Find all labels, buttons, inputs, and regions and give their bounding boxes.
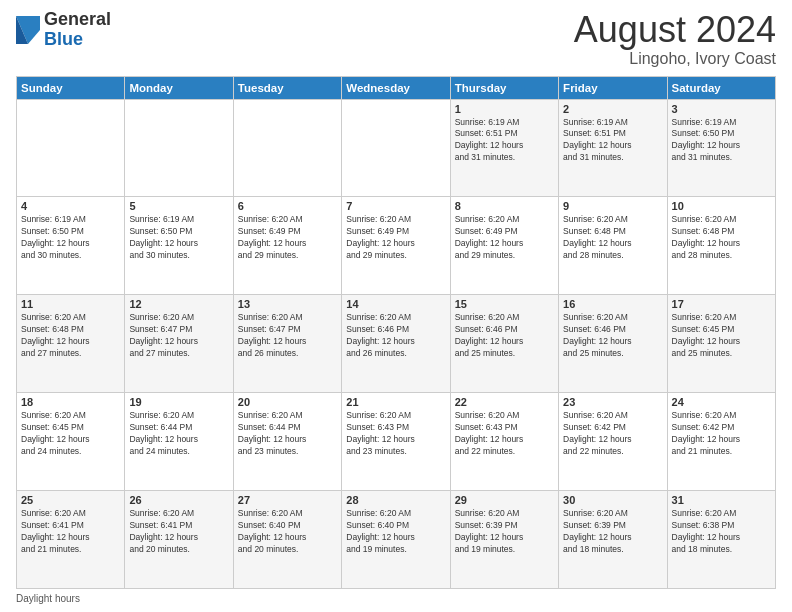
day-info: Sunrise: 6:20 AM Sunset: 6:48 PM Dayligh… [21, 312, 120, 360]
calendar-week-4: 18Sunrise: 6:20 AM Sunset: 6:45 PM Dayli… [17, 393, 776, 491]
calendar-cell: 24Sunrise: 6:20 AM Sunset: 6:42 PM Dayli… [667, 393, 775, 491]
day-info: Sunrise: 6:19 AM Sunset: 6:50 PM Dayligh… [672, 117, 771, 165]
calendar-cell: 27Sunrise: 6:20 AM Sunset: 6:40 PM Dayli… [233, 491, 341, 589]
logo: General Blue [16, 10, 111, 50]
logo-general: General [44, 10, 111, 30]
day-info: Sunrise: 6:20 AM Sunset: 6:49 PM Dayligh… [346, 214, 445, 262]
day-number: 17 [672, 298, 771, 310]
day-number: 7 [346, 200, 445, 212]
day-info: Sunrise: 6:20 AM Sunset: 6:43 PM Dayligh… [455, 410, 554, 458]
logo-icon [16, 16, 40, 44]
day-info: Sunrise: 6:20 AM Sunset: 6:39 PM Dayligh… [455, 508, 554, 556]
day-number: 4 [21, 200, 120, 212]
header: General Blue August 2024 Lingoho, Ivory … [16, 10, 776, 68]
day-info: Sunrise: 6:20 AM Sunset: 6:47 PM Dayligh… [238, 312, 337, 360]
calendar-body: 1Sunrise: 6:19 AM Sunset: 6:51 PM Daylig… [17, 99, 776, 588]
header-row: Sunday Monday Tuesday Wednesday Thursday… [17, 76, 776, 99]
day-number: 16 [563, 298, 662, 310]
calendar-cell: 1Sunrise: 6:19 AM Sunset: 6:51 PM Daylig… [450, 99, 558, 197]
title-month: August 2024 [574, 10, 776, 50]
day-info: Sunrise: 6:20 AM Sunset: 6:42 PM Dayligh… [672, 410, 771, 458]
day-number: 14 [346, 298, 445, 310]
calendar-cell: 16Sunrise: 6:20 AM Sunset: 6:46 PM Dayli… [559, 295, 667, 393]
calendar-cell: 13Sunrise: 6:20 AM Sunset: 6:47 PM Dayli… [233, 295, 341, 393]
calendar-cell: 19Sunrise: 6:20 AM Sunset: 6:44 PM Dayli… [125, 393, 233, 491]
day-info: Sunrise: 6:19 AM Sunset: 6:51 PM Dayligh… [455, 117, 554, 165]
day-info: Sunrise: 6:20 AM Sunset: 6:49 PM Dayligh… [455, 214, 554, 262]
day-info: Sunrise: 6:20 AM Sunset: 6:38 PM Dayligh… [672, 508, 771, 556]
day-number: 19 [129, 396, 228, 408]
calendar-cell [233, 99, 341, 197]
calendar-cell: 20Sunrise: 6:20 AM Sunset: 6:44 PM Dayli… [233, 393, 341, 491]
calendar-header: Sunday Monday Tuesday Wednesday Thursday… [17, 76, 776, 99]
day-info: Sunrise: 6:20 AM Sunset: 6:43 PM Dayligh… [346, 410, 445, 458]
calendar-cell: 17Sunrise: 6:20 AM Sunset: 6:45 PM Dayli… [667, 295, 775, 393]
day-info: Sunrise: 6:20 AM Sunset: 6:44 PM Dayligh… [129, 410, 228, 458]
calendar-cell: 23Sunrise: 6:20 AM Sunset: 6:42 PM Dayli… [559, 393, 667, 491]
day-number: 1 [455, 103, 554, 115]
day-number: 9 [563, 200, 662, 212]
calendar-cell: 11Sunrise: 6:20 AM Sunset: 6:48 PM Dayli… [17, 295, 125, 393]
day-info: Sunrise: 6:20 AM Sunset: 6:40 PM Dayligh… [238, 508, 337, 556]
day-info: Sunrise: 6:20 AM Sunset: 6:41 PM Dayligh… [21, 508, 120, 556]
day-info: Sunrise: 6:20 AM Sunset: 6:41 PM Dayligh… [129, 508, 228, 556]
title-block: August 2024 Lingoho, Ivory Coast [574, 10, 776, 68]
calendar-cell: 15Sunrise: 6:20 AM Sunset: 6:46 PM Dayli… [450, 295, 558, 393]
calendar-cell [17, 99, 125, 197]
calendar-week-1: 1Sunrise: 6:19 AM Sunset: 6:51 PM Daylig… [17, 99, 776, 197]
day-info: Sunrise: 6:19 AM Sunset: 6:51 PM Dayligh… [563, 117, 662, 165]
calendar-cell: 3Sunrise: 6:19 AM Sunset: 6:50 PM Daylig… [667, 99, 775, 197]
day-info: Sunrise: 6:20 AM Sunset: 6:44 PM Dayligh… [238, 410, 337, 458]
calendar-cell: 12Sunrise: 6:20 AM Sunset: 6:47 PM Dayli… [125, 295, 233, 393]
calendar-cell: 29Sunrise: 6:20 AM Sunset: 6:39 PM Dayli… [450, 491, 558, 589]
calendar-cell: 7Sunrise: 6:20 AM Sunset: 6:49 PM Daylig… [342, 197, 450, 295]
day-number: 24 [672, 396, 771, 408]
day-info: Sunrise: 6:20 AM Sunset: 6:49 PM Dayligh… [238, 214, 337, 262]
calendar-week-3: 11Sunrise: 6:20 AM Sunset: 6:48 PM Dayli… [17, 295, 776, 393]
page: General Blue August 2024 Lingoho, Ivory … [0, 0, 792, 612]
calendar-cell: 4Sunrise: 6:19 AM Sunset: 6:50 PM Daylig… [17, 197, 125, 295]
day-number: 13 [238, 298, 337, 310]
col-monday: Monday [125, 76, 233, 99]
calendar-cell: 31Sunrise: 6:20 AM Sunset: 6:38 PM Dayli… [667, 491, 775, 589]
day-number: 12 [129, 298, 228, 310]
day-info: Sunrise: 6:20 AM Sunset: 6:48 PM Dayligh… [563, 214, 662, 262]
calendar-cell: 8Sunrise: 6:20 AM Sunset: 6:49 PM Daylig… [450, 197, 558, 295]
day-info: Sunrise: 6:20 AM Sunset: 6:46 PM Dayligh… [563, 312, 662, 360]
col-tuesday: Tuesday [233, 76, 341, 99]
title-location: Lingoho, Ivory Coast [574, 50, 776, 68]
day-number: 21 [346, 396, 445, 408]
col-wednesday: Wednesday [342, 76, 450, 99]
day-info: Sunrise: 6:20 AM Sunset: 6:48 PM Dayligh… [672, 214, 771, 262]
logo-text: General Blue [44, 10, 111, 50]
day-info: Sunrise: 6:19 AM Sunset: 6:50 PM Dayligh… [21, 214, 120, 262]
day-number: 8 [455, 200, 554, 212]
calendar-cell: 22Sunrise: 6:20 AM Sunset: 6:43 PM Dayli… [450, 393, 558, 491]
day-number: 2 [563, 103, 662, 115]
calendar-cell: 28Sunrise: 6:20 AM Sunset: 6:40 PM Dayli… [342, 491, 450, 589]
calendar-week-5: 25Sunrise: 6:20 AM Sunset: 6:41 PM Dayli… [17, 491, 776, 589]
day-number: 29 [455, 494, 554, 506]
day-info: Sunrise: 6:19 AM Sunset: 6:50 PM Dayligh… [129, 214, 228, 262]
logo-blue: Blue [44, 30, 111, 50]
day-info: Sunrise: 6:20 AM Sunset: 6:45 PM Dayligh… [21, 410, 120, 458]
calendar-week-2: 4Sunrise: 6:19 AM Sunset: 6:50 PM Daylig… [17, 197, 776, 295]
calendar-cell: 26Sunrise: 6:20 AM Sunset: 6:41 PM Dayli… [125, 491, 233, 589]
calendar-cell: 14Sunrise: 6:20 AM Sunset: 6:46 PM Dayli… [342, 295, 450, 393]
calendar-cell: 30Sunrise: 6:20 AM Sunset: 6:39 PM Dayli… [559, 491, 667, 589]
col-thursday: Thursday [450, 76, 558, 99]
day-number: 11 [21, 298, 120, 310]
day-number: 27 [238, 494, 337, 506]
day-number: 6 [238, 200, 337, 212]
calendar-cell [125, 99, 233, 197]
calendar-cell: 6Sunrise: 6:20 AM Sunset: 6:49 PM Daylig… [233, 197, 341, 295]
calendar-cell: 9Sunrise: 6:20 AM Sunset: 6:48 PM Daylig… [559, 197, 667, 295]
calendar-cell [342, 99, 450, 197]
col-friday: Friday [559, 76, 667, 99]
day-info: Sunrise: 6:20 AM Sunset: 6:42 PM Dayligh… [563, 410, 662, 458]
day-number: 5 [129, 200, 228, 212]
day-info: Sunrise: 6:20 AM Sunset: 6:40 PM Dayligh… [346, 508, 445, 556]
day-number: 30 [563, 494, 662, 506]
day-number: 3 [672, 103, 771, 115]
daylight-label: Daylight hours [16, 593, 80, 604]
